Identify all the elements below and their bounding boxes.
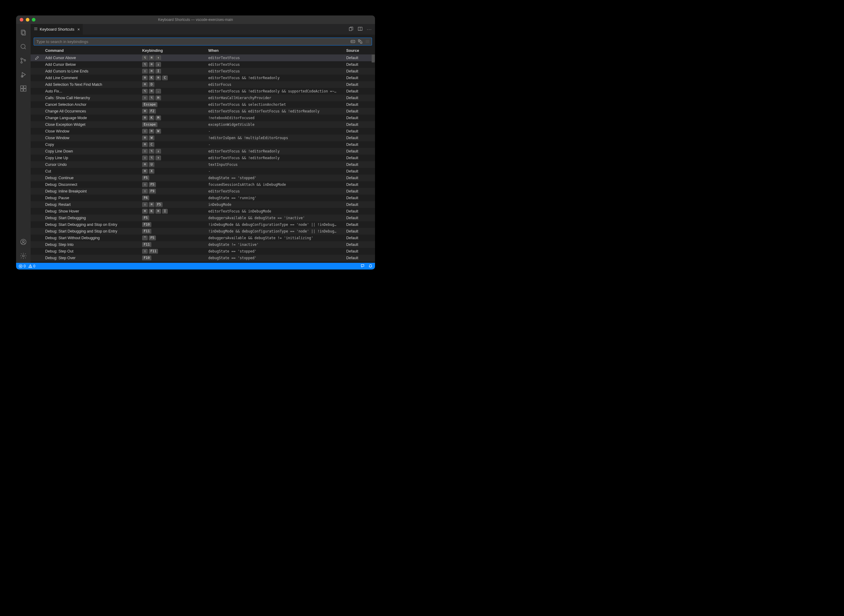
table-row[interactable]: Change Language Mode⌘KM!notebookEditorFo… <box>31 114 375 121</box>
table-row[interactable]: Close Window⇧⌘W-Default <box>31 128 375 135</box>
table-row[interactable]: Cancel Selection AnchorEscapeeditorTextF… <box>31 101 375 108</box>
keycap: ⇧ <box>142 202 148 207</box>
table-row[interactable]: Debug: Start Debugging and Stop on Entry… <box>31 221 375 228</box>
source-cell: Default <box>344 136 371 140</box>
table-row[interactable]: Close Exception WidgetEscapeexceptionWid… <box>31 121 375 128</box>
when-cell: debugState == 'stopped' <box>207 249 344 254</box>
table-row[interactable]: Debug: Inline Breakpoint⇧F9editorTextFoc… <box>31 188 375 195</box>
table-row[interactable]: Auto Fix...⌥⌘.editorTextFocus && !editor… <box>31 88 375 95</box>
source-control-icon[interactable] <box>16 54 31 67</box>
source-cell: Default <box>344 62 371 67</box>
keycap: K <box>149 209 154 214</box>
keybinding-cell: ⇧F9 <box>141 189 207 194</box>
table-row[interactable]: Close Window⌘W!editorIsOpen && !multiple… <box>31 135 375 141</box>
accounts-icon[interactable] <box>16 235 31 249</box>
table-row[interactable]: Debug: Step IntoF11debugState != 'inacti… <box>31 241 375 248</box>
command-cell: Debug: Restart <box>43 202 141 207</box>
command-cell: Add Cursor Above <box>43 56 141 60</box>
command-cell: Debug: Inline Breakpoint <box>43 189 141 194</box>
sort-precedence-icon[interactable] <box>358 39 363 44</box>
table-row[interactable]: Add Cursors to Line Ends⇧⌘IeditorTextFoc… <box>31 68 375 75</box>
table-row[interactable]: Cursor Undo⌘UtextInputFocusDefault <box>31 161 375 168</box>
split-editor-icon[interactable] <box>358 26 363 32</box>
keybinding-cell: ^F5 <box>141 236 207 241</box>
table-row[interactable]: Debug: Disconnect⇧F5focusedSessionIsAtta… <box>31 181 375 188</box>
table-row[interactable]: Add Cursor Above⌥⌘↑editorTextFocusDefaul… <box>31 54 375 61</box>
close-window-button[interactable] <box>20 18 23 22</box>
table-row[interactable]: Add Line Comment⌘K⌘CeditorTextFocus && !… <box>31 75 375 81</box>
svg-point-5 <box>21 62 22 63</box>
svg-point-24 <box>353 41 353 42</box>
open-json-icon[interactable] <box>349 26 353 32</box>
keycap: ⌘ <box>149 129 154 134</box>
source-cell: Default <box>344 196 371 200</box>
keycap: ⌘ <box>142 75 148 81</box>
table-row[interactable]: Debug: Restart⇧⌘F5inDebugModeDefault <box>31 201 375 208</box>
table-row[interactable]: Copy⌘C-Default <box>31 141 375 148</box>
keycap: ⌥ <box>142 89 148 94</box>
vertical-scrollbar[interactable] <box>371 54 375 263</box>
when-cell: editorTextFocus && inDebugMode <box>207 209 344 213</box>
tab-keyboard-shortcuts[interactable]: Keyboard Shortcuts × <box>31 24 83 35</box>
keycap: ⇧ <box>142 129 148 134</box>
svg-point-25 <box>353 41 354 42</box>
table-row[interactable]: Copy Line Down⇧⌥↓editorTextFocus && !edi… <box>31 148 375 155</box>
table-row[interactable]: Debug: PauseF6debugState == 'running'Def… <box>31 195 375 201</box>
maximize-window-button[interactable] <box>32 18 35 22</box>
header-source[interactable]: Source <box>344 48 371 53</box>
keybinding-search-input[interactable]: Type to search in keybindings <box>34 38 372 45</box>
table-row[interactable]: Debug: ContinueF5debugState == 'stopped'… <box>31 175 375 181</box>
table-row[interactable]: Debug: Show Hover⌘K⌘IeditorTextFocus && … <box>31 208 375 215</box>
minimize-window-button[interactable] <box>26 18 29 22</box>
when-cell: focusedSessionIsAttach && inDebugMode <box>207 182 344 187</box>
table-row[interactable]: Add Selection To Next Find Match⌘Deditor… <box>31 81 375 88</box>
source-cell: Default <box>344 163 371 167</box>
table-row[interactable]: Debug: Step Out⇧F11debugState == 'stoppe… <box>31 248 375 255</box>
record-keys-icon[interactable] <box>350 39 355 44</box>
notifications-bell-icon[interactable] <box>368 264 372 269</box>
keycap: ⌘ <box>155 209 161 214</box>
keybinding-cell: ⌘D <box>141 82 207 87</box>
settings-gear-icon[interactable] <box>16 249 31 263</box>
table-row[interactable]: Debug: Start Debugging and Stop on Entry… <box>31 228 375 235</box>
keybinding-cell: ⌘X <box>141 169 207 174</box>
table-row[interactable]: Debug: Start Without Debugging^F5debugge… <box>31 235 375 241</box>
when-cell: inDebugMode <box>207 202 344 207</box>
header-keybinding[interactable]: Keybinding <box>141 48 207 53</box>
explorer-icon[interactable] <box>16 26 31 40</box>
keybinding-cell: ⌥⌘↑ <box>141 56 207 61</box>
close-tab-icon[interactable]: × <box>77 27 80 32</box>
table-row[interactable]: Copy Line Up⇧⌥↑editorTextFocus && !edito… <box>31 155 375 161</box>
more-actions-icon[interactable]: ··· <box>367 27 372 32</box>
source-cell: Default <box>344 189 371 194</box>
table-row[interactable]: Change All Occurrences⌘F2editorTextFocus… <box>31 108 375 114</box>
keycap: ⇧ <box>142 249 148 254</box>
status-errors[interactable]: 0 <box>19 264 26 268</box>
header-command[interactable]: Command <box>43 48 141 53</box>
when-cell: !notebookEditorFocused <box>207 116 344 120</box>
clear-search-icon[interactable] <box>365 39 370 44</box>
table-row[interactable]: Calls: Show Call Hierarchy⇧⌥HeditorHasCa… <box>31 95 375 101</box>
edit-keybinding-icon[interactable] <box>31 56 43 60</box>
status-warnings[interactable]: 0 <box>28 264 35 268</box>
table-row[interactable]: Cut⌘X-Default <box>31 168 375 175</box>
keycap: F11 <box>142 242 151 247</box>
keycap: C <box>162 75 168 81</box>
scroll-thumb[interactable] <box>372 54 375 62</box>
feedback-icon[interactable] <box>360 264 365 269</box>
keybinding-cell: ⇧⌥H <box>141 95 207 101</box>
header-when[interactable]: When <box>207 48 344 53</box>
keycap: ⌘ <box>142 209 148 214</box>
table-header: Command Keybinding When Source <box>31 47 375 54</box>
table-row[interactable]: Add Cursor Below⌥⌘↓editorTextFocusDefaul… <box>31 61 375 68</box>
command-cell: Cursor Undo <box>43 163 141 167</box>
keybinding-cell: ⇧⌥↑ <box>141 155 207 161</box>
run-debug-icon[interactable] <box>16 67 31 82</box>
table-row[interactable]: Debug: Start DebuggingF5debuggersAvailab… <box>31 215 375 221</box>
table-row[interactable]: Debug: Step OverF10debugState == 'stoppe… <box>31 255 375 261</box>
keybinding-list[interactable]: Add Cursor Above⌥⌘↑editorTextFocusDefaul… <box>31 54 375 263</box>
extensions-icon[interactable] <box>16 82 31 95</box>
search-icon[interactable] <box>16 40 31 54</box>
keybinding-cell: F11 <box>141 229 207 234</box>
command-cell: Debug: Continue <box>43 176 141 180</box>
